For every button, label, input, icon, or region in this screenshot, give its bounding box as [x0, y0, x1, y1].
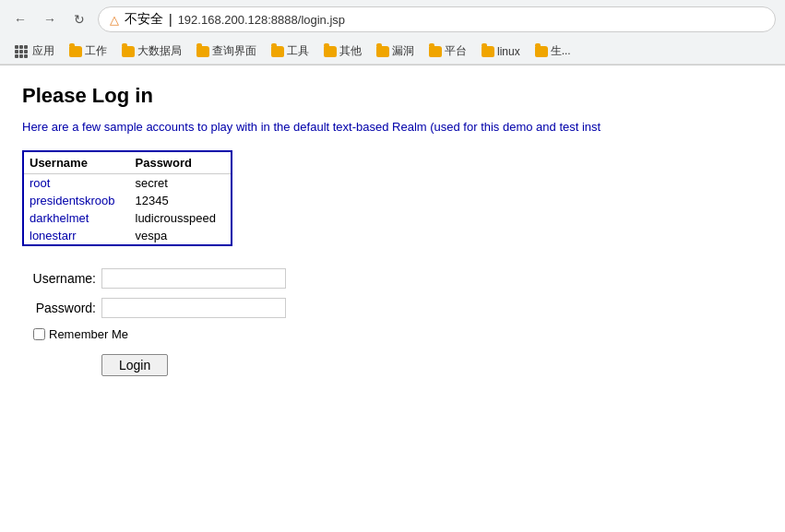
- bookmark-more[interactable]: 生...: [529, 41, 577, 61]
- login-button-row: Login: [101, 354, 763, 376]
- bookmark-label: 其他: [339, 43, 362, 59]
- apps-grid-icon: [15, 45, 28, 58]
- accounts-table: Username Password rootsecretpresidentskr…: [22, 150, 232, 246]
- password-cell: 12345: [130, 192, 232, 209]
- forward-button[interactable]: →: [39, 8, 61, 30]
- bookmark-other[interactable]: 其他: [318, 41, 367, 61]
- password-input[interactable]: [101, 298, 286, 318]
- warning-text: 不安全: [125, 11, 163, 28]
- folder-icon: [535, 46, 548, 57]
- password-row: Password:: [22, 298, 763, 318]
- password-cell: ludicrousspeed: [130, 209, 232, 227]
- remember-me-label: Remember Me: [49, 327, 128, 341]
- reload-button[interactable]: ↻: [68, 8, 90, 30]
- apps-label: 应用: [32, 43, 54, 59]
- folder-icon: [271, 46, 284, 57]
- username-cell: lonestarr: [23, 227, 130, 245]
- folder-icon: [69, 46, 82, 57]
- folder-icon: [196, 46, 209, 57]
- bookmark-label: linux: [497, 45, 520, 58]
- folder-icon: [324, 46, 337, 57]
- table-row: darkhelmetludicrousspeed: [23, 209, 232, 227]
- folder-icon: [376, 46, 389, 57]
- bookmark-label: 漏洞: [392, 43, 414, 59]
- bookmark-linux[interactable]: linux: [476, 43, 526, 60]
- username-cell: presidentskroob: [23, 192, 130, 209]
- browser-chrome: ← → ↻ △ 不安全 | 192.168.200.128:8888/login…: [0, 0, 785, 65]
- password-cell: vespa: [130, 227, 232, 245]
- bookmark-work[interactable]: 工作: [64, 41, 113, 61]
- folder-icon: [482, 46, 494, 57]
- bookmark-query[interactable]: 查询界面: [191, 41, 262, 61]
- bookmark-label: 工具: [287, 43, 309, 59]
- address-bar[interactable]: △ 不安全 | 192.168.200.128:8888/login.jsp: [98, 6, 776, 32]
- back-button[interactable]: ←: [9, 8, 31, 30]
- username-input[interactable]: [101, 268, 286, 289]
- bookmark-label: 工作: [85, 43, 107, 59]
- page-content: Please Log in Here are a few sample acco…: [0, 65, 785, 395]
- table-row: rootsecret: [23, 174, 232, 193]
- bookmark-label: 平台: [445, 43, 467, 59]
- info-paragraph: Here are a few sample accounts to play w…: [22, 119, 763, 136]
- username-cell: root: [23, 174, 130, 193]
- login-form: Username: Password: Remember Me Login: [22, 268, 763, 376]
- username-label: Username:: [22, 271, 96, 286]
- table-row: lonestarrvespa: [23, 227, 232, 245]
- username-row: Username:: [22, 268, 763, 289]
- url-display: 192.168.200.128:8888/login.jsp: [178, 13, 345, 27]
- page-title: Please Log in: [22, 84, 763, 108]
- bookmark-label: 大数据局: [137, 43, 182, 59]
- col-header-password: Password: [130, 151, 232, 174]
- bookmark-vuln[interactable]: 漏洞: [371, 41, 420, 61]
- remember-me-checkbox[interactable]: [33, 328, 45, 340]
- info-text-content: Here are a few sample accounts to play w…: [22, 120, 601, 134]
- col-header-username: Username: [23, 151, 130, 174]
- table-row: presidentskroob12345: [23, 192, 232, 209]
- username-cell: darkhelmet: [23, 209, 130, 227]
- bookmark-tools[interactable]: 工具: [266, 41, 315, 61]
- separator: |: [169, 12, 172, 27]
- bookmark-bigdata[interactable]: 大数据局: [116, 41, 187, 61]
- bookmark-platform[interactable]: 平台: [423, 41, 472, 61]
- security-warning-icon: △: [110, 13, 119, 27]
- browser-toolbar: ← → ↻ △ 不安全 | 192.168.200.128:8888/login…: [0, 0, 785, 39]
- bookmark-label: 查询界面: [212, 43, 256, 59]
- remember-row: Remember Me: [33, 327, 763, 341]
- folder-icon: [429, 46, 442, 57]
- bookmarks-bar: 应用 工作 大数据局 查询界面 工具 其他 漏洞 平台: [0, 39, 785, 65]
- login-button[interactable]: Login: [101, 354, 168, 376]
- bookmark-label: 生...: [551, 43, 571, 59]
- password-label: Password:: [22, 301, 96, 315]
- folder-icon: [122, 46, 135, 57]
- password-cell: secret: [130, 174, 232, 193]
- bookmark-apps[interactable]: 应用: [9, 41, 60, 61]
